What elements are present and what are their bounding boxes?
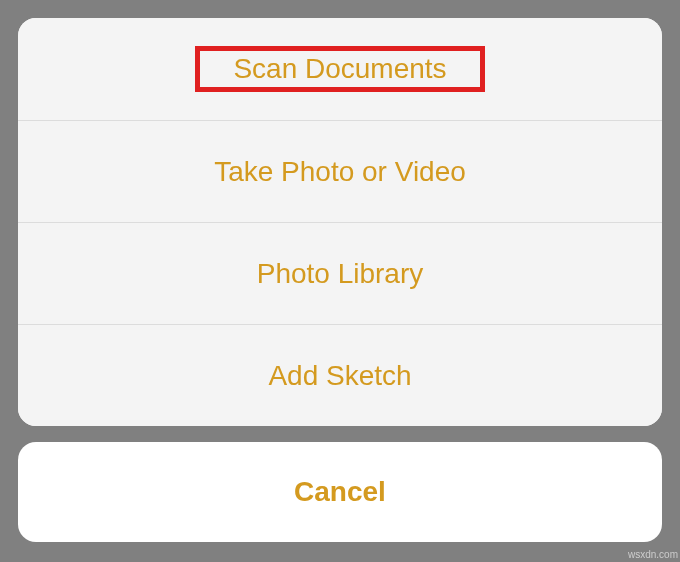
watermark-text: wsxdn.com <box>628 549 678 560</box>
action-sheet-options: Scan Documents Take Photo or Video Photo… <box>18 18 662 426</box>
scan-documents-option[interactable]: Scan Documents <box>18 18 662 120</box>
take-photo-video-option[interactable]: Take Photo or Video <box>18 120 662 222</box>
option-label: Photo Library <box>257 258 424 290</box>
option-label: Take Photo or Video <box>214 156 466 188</box>
photo-library-option[interactable]: Photo Library <box>18 222 662 324</box>
add-sketch-option[interactable]: Add Sketch <box>18 324 662 426</box>
cancel-button[interactable]: Cancel <box>18 442 662 542</box>
cancel-label: Cancel <box>294 476 386 508</box>
option-label: Scan Documents <box>233 53 446 85</box>
option-label: Add Sketch <box>268 360 411 392</box>
